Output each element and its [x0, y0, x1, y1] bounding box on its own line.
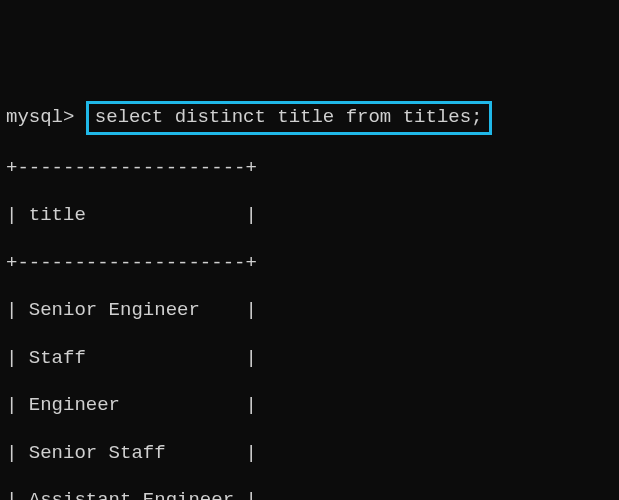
query1-sql: select distinct title from titles;: [95, 106, 483, 128]
query1-row: | Senior Engineer |: [6, 299, 613, 323]
query1-border-top: +--------------------+: [6, 157, 613, 181]
query1-row: | Staff |: [6, 347, 613, 371]
query1-row: | Assistant Engineer |: [6, 489, 613, 500]
query1-highlight: select distinct title from titles;: [86, 101, 492, 135]
query1-border-mid1: +--------------------+: [6, 252, 613, 276]
query1-row: | Engineer |: [6, 394, 613, 418]
query1-header: | title |: [6, 204, 613, 228]
mysql-prompt[interactable]: mysql>: [6, 106, 74, 128]
query1-row: | Senior Staff |: [6, 442, 613, 466]
